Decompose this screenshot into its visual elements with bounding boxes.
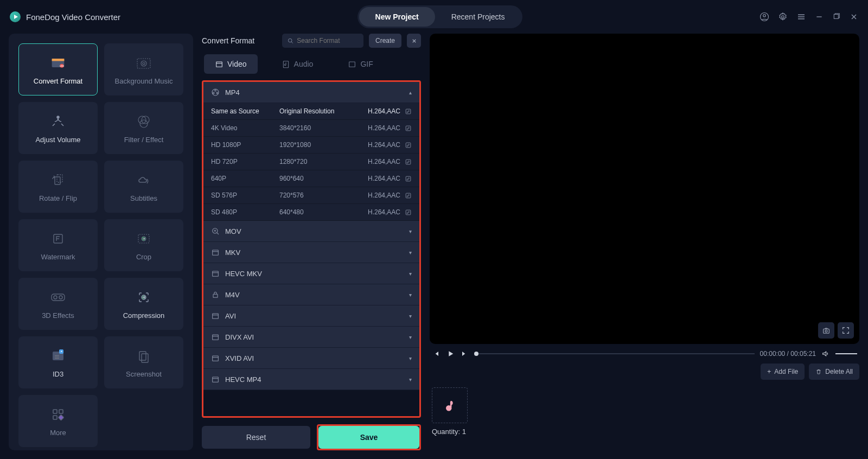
svg-point-2 — [782, 16, 784, 18]
settings-icon[interactable] — [778, 12, 788, 22]
preset-row[interactable]: 640P960*640H.264,AAC — [203, 170, 419, 187]
lock-icon — [211, 290, 220, 299]
svg-rect-8 — [137, 59, 150, 68]
reset-button[interactable]: Reset — [202, 426, 310, 449]
svg-rect-44 — [406, 193, 411, 198]
svg-rect-41 — [406, 143, 411, 148]
fullscreen-button[interactable] — [838, 322, 854, 339]
sidebar-item-label: Filter / Effect — [124, 136, 164, 144]
sidebar-item-screenshot[interactable]: Screenshot — [104, 336, 183, 388]
svg-rect-53 — [213, 377, 219, 382]
tab-recent-projects[interactable]: Recent Projects — [435, 7, 521, 27]
sidebar-item-compression[interactable]: Compression — [104, 278, 183, 330]
format-group-mp4[interactable]: MP4▴ — [203, 82, 419, 103]
format-group-mov[interactable]: MOV▾ — [203, 221, 419, 242]
chevron-down-icon: ▾ — [409, 292, 412, 298]
svg-point-20 — [54, 296, 57, 299]
svg-rect-5 — [52, 59, 65, 61]
preset-row[interactable]: HD 720P1280*720H.264,AAC — [203, 154, 419, 170]
sidebar-item-convert-format[interactable]: LIVE Convert Format — [18, 43, 98, 95]
edit-icon[interactable] — [405, 209, 412, 216]
sidebar-item-more[interactable]: More — [18, 395, 98, 447]
time-display: 00:00:00 / 00:05:21 — [760, 350, 816, 358]
search-icon — [288, 37, 293, 44]
format-group-avi[interactable]: AVI▾ — [203, 305, 419, 327]
sidebar-item-label: More — [50, 429, 66, 437]
format-group-mkv[interactable]: MKV▾ — [203, 242, 419, 263]
volume-icon — [49, 113, 67, 130]
svg-rect-48 — [213, 271, 219, 276]
svg-rect-28 — [59, 410, 63, 413]
format-group-hevc-mkv[interactable]: HEVC MKV▾ — [203, 263, 419, 284]
edit-icon[interactable] — [405, 125, 412, 132]
add-file-button[interactable]: +Add File — [761, 364, 805, 380]
close-button[interactable] — [850, 12, 858, 21]
sidebar-item-subtitles[interactable]: Subtitles — [104, 161, 183, 213]
maximize-button[interactable] — [832, 12, 841, 21]
format-group-hevc-mp4[interactable]: HEVC MP4▾ — [203, 369, 419, 390]
preset-row[interactable]: HD 1080P1920*1080H.264,AAC — [203, 137, 419, 154]
tab-new-project[interactable]: New Project — [359, 7, 435, 27]
next-button[interactable] — [460, 349, 469, 358]
sidebar-item-label: Rotate / Flip — [39, 194, 77, 202]
svg-rect-30 — [59, 415, 64, 420]
edit-icon[interactable] — [405, 175, 412, 182]
svg-rect-15 — [55, 177, 60, 184]
close-panel-button[interactable] — [407, 34, 421, 48]
sidebar-item-filter-effect[interactable]: Filter / Effect — [104, 102, 183, 154]
create-button[interactable]: Create — [369, 34, 401, 48]
sidebar-item-label: Crop — [136, 253, 151, 261]
format-list: MP4▴ Same as SourceOriginal ResolutionH.… — [202, 80, 421, 418]
seek-track[interactable] — [474, 353, 755, 354]
save-button[interactable]: Save — [318, 426, 419, 449]
chevron-down-icon: ▾ — [409, 355, 412, 361]
svg-text:LIVE: LIVE — [60, 65, 64, 67]
minimize-button[interactable] — [815, 12, 824, 21]
sidebar-item-watermark[interactable]: Watermark — [18, 219, 98, 271]
svg-rect-3 — [834, 14, 838, 18]
category-tab-gif[interactable]: GIF — [337, 54, 384, 74]
format-group-xvid-avi[interactable]: XVID AVI▾ — [203, 348, 419, 369]
preset-row[interactable]: SD 576P720*576H.264,AAC — [203, 187, 419, 204]
svg-rect-39 — [406, 109, 411, 114]
preset-row[interactable]: SD 480P640*480H.264,AAC — [203, 204, 419, 221]
sidebar-item-label: 3D Effects — [42, 311, 74, 320]
format-group-divx-avi[interactable]: DIVX AVI▾ — [203, 327, 419, 348]
preset-row[interactable]: Same as SourceOriginal ResolutionH.264,A… — [203, 103, 419, 120]
edit-icon[interactable] — [405, 142, 412, 149]
sidebar-item-adjust-volume[interactable]: Adjust Volume — [18, 102, 98, 154]
sidebar-item-3d-effects[interactable]: 3D Effects — [18, 278, 98, 330]
sidebar-item-rotate-flip[interactable]: Rotate / Flip — [18, 161, 98, 213]
prev-button[interactable] — [432, 349, 441, 358]
filter-icon — [135, 113, 152, 130]
sidebar-item-background-music[interactable]: Background Music — [104, 43, 183, 95]
film-icon — [211, 333, 220, 341]
svg-point-10 — [143, 62, 145, 65]
account-icon[interactable] — [760, 12, 769, 22]
play-button[interactable] — [446, 349, 455, 358]
edit-icon[interactable] — [405, 192, 412, 199]
chevron-down-icon: ▾ — [409, 377, 412, 382]
delete-all-button[interactable]: Delete All — [809, 364, 859, 380]
format-group-m4v[interactable]: M4V▾ — [203, 284, 419, 305]
search-input-wrap[interactable] — [282, 34, 363, 48]
chevron-down-icon: ▾ — [409, 250, 412, 256]
menu-icon[interactable] — [796, 12, 806, 22]
snapshot-button[interactable] — [818, 322, 834, 339]
tools-sidebar: LIVE Convert Format Background Music Adj… — [9, 34, 193, 450]
sidebar-item-id3[interactable]: ID3 — [18, 336, 98, 388]
category-tab-audio[interactable]: Audio — [271, 54, 324, 74]
sidebar-item-crop[interactable]: Crop — [104, 219, 183, 271]
svg-rect-43 — [406, 176, 411, 181]
file-thumbnail[interactable] — [432, 387, 468, 423]
sidebar-item-label: Background Music — [115, 77, 173, 85]
search-input[interactable] — [297, 37, 358, 44]
chevron-down-icon: ▾ — [409, 271, 412, 277]
edit-icon[interactable] — [405, 108, 412, 115]
edit-icon[interactable] — [405, 158, 412, 165]
volume-track[interactable] — [835, 353, 857, 354]
preset-row[interactable]: 4K Video3840*2160H.264,AAC — [203, 120, 419, 137]
volume-button[interactable] — [821, 349, 830, 358]
subtitles-icon — [135, 171, 152, 189]
category-tab-video[interactable]: Video — [204, 54, 258, 74]
